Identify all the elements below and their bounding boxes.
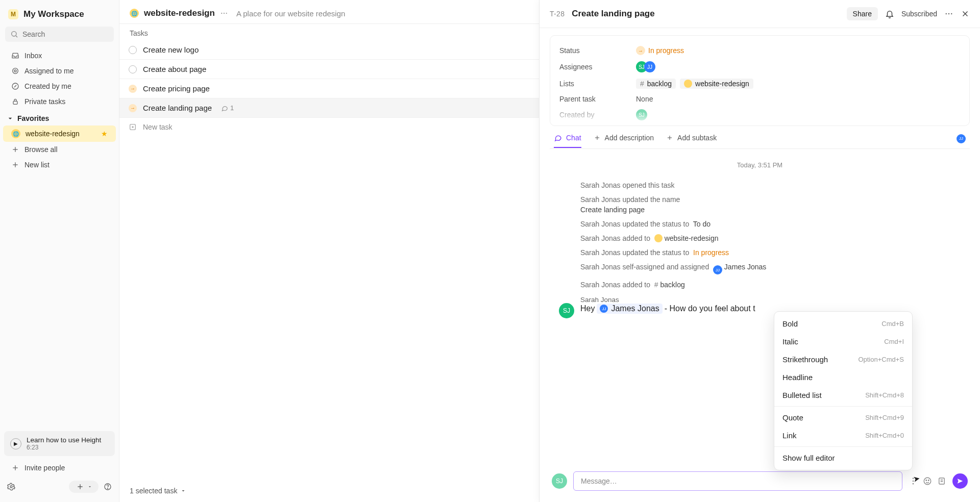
star-icon[interactable]: ★	[101, 130, 108, 138]
send-button[interactable]	[952, 473, 968, 489]
browse-all-label: Browse all	[24, 145, 58, 154]
list-chip-backlog[interactable]: #backlog	[636, 79, 676, 89]
more-icon[interactable]	[944, 9, 953, 18]
bell-icon[interactable]	[885, 9, 894, 18]
chevron-down-icon	[6, 114, 14, 122]
task-title[interactable]: Create landing page	[572, 9, 654, 19]
favorite-website-redesign[interactable]: 🌐 website-redesign ★	[3, 126, 116, 142]
svg-point-37	[928, 480, 929, 481]
task-name: Create about page	[143, 65, 206, 73]
svg-rect-38	[939, 478, 945, 484]
plus-square-icon	[129, 123, 137, 131]
svg-point-36	[926, 480, 927, 481]
list-chip-project[interactable]: website-redesign	[680, 79, 753, 89]
format-bold[interactable]: BoldCmd+B	[774, 315, 912, 333]
meta-status-label: Status	[559, 46, 636, 55]
status-value[interactable]: → In progress	[636, 46, 684, 55]
invite-people[interactable]: Invite people	[3, 460, 116, 475]
format-quote[interactable]: QuoteShift+Cmd+9	[774, 409, 912, 426]
task-id[interactable]: T-28	[550, 10, 565, 18]
status-todo-icon[interactable]	[129, 65, 137, 73]
nav-created[interactable]: Created by me	[3, 79, 116, 94]
format-strikethrough[interactable]: StrikethroughOption+Cmd+S	[774, 350, 912, 368]
nav-inbox[interactable]: Inbox	[3, 48, 116, 63]
avatar: JJ	[600, 305, 608, 313]
svg-point-23	[946, 13, 947, 14]
svg-point-32	[913, 478, 914, 479]
status-inprogress-icon[interactable]	[129, 104, 137, 112]
format-link[interactable]: LinkShift+Cmd+0	[774, 426, 912, 444]
status-inprogress-icon: →	[636, 46, 645, 55]
assignees-value[interactable]: SJ JJ	[636, 61, 655, 72]
quick-add-button[interactable]	[69, 481, 99, 493]
globe-icon	[684, 80, 692, 88]
svg-point-25	[951, 13, 952, 14]
more-icon[interactable]	[220, 9, 228, 17]
task-detail-panel: T-28 Create landing page Share Subscribe…	[539, 0, 980, 502]
svg-point-12	[10, 486, 12, 488]
format-bulleted-list[interactable]: Bulleted listShift+Cmd+8	[774, 386, 912, 404]
target-icon	[11, 67, 19, 75]
status-todo-icon[interactable]	[129, 46, 137, 54]
chevron-down-icon	[180, 488, 186, 494]
plus-icon	[11, 464, 19, 472]
plus-icon	[11, 145, 19, 154]
favorites-label: Favorites	[17, 114, 49, 122]
more-vertical-icon[interactable]	[909, 476, 918, 486]
parent-value[interactable]: None	[636, 95, 653, 103]
activity-item: Sarah Jonas self-assigned and assigned J…	[556, 260, 964, 278]
project-title[interactable]: website-redesign	[144, 8, 215, 18]
svg-point-2	[13, 68, 18, 74]
nav-private[interactable]: Private tasks	[3, 94, 116, 109]
mention-chip[interactable]: JJ James Jonas	[597, 304, 662, 314]
learn-duration: 6:23	[27, 444, 101, 451]
attachment-icon[interactable]	[937, 476, 946, 486]
svg-point-3	[14, 70, 16, 72]
send-icon	[957, 478, 964, 485]
svg-point-18	[224, 13, 225, 14]
plus-icon	[11, 161, 19, 169]
help-icon[interactable]	[104, 483, 112, 491]
message-input[interactable]: Message…	[573, 471, 902, 491]
favorites-header[interactable]: Favorites	[0, 109, 119, 126]
presence-indicator[interactable]: JJ	[957, 133, 966, 148]
show-full-editor[interactable]: Show full editor	[774, 449, 912, 467]
message-composer: SJ Message…	[540, 463, 980, 502]
pencil-circle-icon	[11, 82, 19, 90]
task-name: Create pricing page	[143, 84, 210, 93]
learn-card[interactable]: ▶ Learn how to use Height 6:23	[4, 431, 115, 456]
learn-title: Learn how to use Height	[27, 436, 101, 444]
chevron-down-icon	[87, 484, 92, 489]
meta-lists-label: Lists	[559, 80, 636, 88]
new-list[interactable]: New list	[3, 157, 116, 172]
close-icon[interactable]	[961, 9, 970, 18]
selection-count: 1 selected task	[130, 487, 177, 495]
activity-item: Sarah Jonas updated the status to To do	[556, 217, 964, 231]
new-task-label: New task	[143, 123, 173, 131]
avatar: JJ	[644, 61, 655, 72]
tab-add-subtask[interactable]: Add subtask	[666, 134, 717, 148]
browse-all[interactable]: Browse all	[3, 142, 116, 157]
nav-assigned[interactable]: Assigned to me	[3, 63, 116, 79]
gear-icon[interactable]	[7, 483, 15, 491]
avatar: SJ	[552, 473, 567, 489]
svg-rect-5	[13, 101, 17, 104]
status-inprogress-icon[interactable]	[129, 85, 137, 93]
meta-assignees-label: Assignees	[559, 63, 636, 71]
comment-count: 1	[221, 104, 234, 112]
globe-icon: 🌐	[11, 129, 20, 138]
svg-point-17	[221, 13, 222, 14]
svg-point-33	[913, 481, 914, 482]
subscribed-label[interactable]: Subscribed	[901, 10, 937, 18]
search-input[interactable]: Search	[5, 27, 114, 42]
tab-add-description[interactable]: Add description	[594, 134, 654, 148]
workspace-switcher[interactable]: M My Workspace	[0, 0, 119, 24]
tab-chat[interactable]: Chat	[554, 134, 581, 148]
share-button[interactable]: Share	[847, 7, 878, 20]
message-body: Hey JJ James Jonas - How do you feel abo…	[580, 304, 755, 314]
nav-inbox-label: Inbox	[24, 52, 42, 60]
format-italic[interactable]: ItalicCmd+I	[774, 333, 912, 350]
emoji-icon[interactable]	[923, 476, 932, 486]
svg-point-19	[226, 13, 227, 14]
format-headline[interactable]: Headline	[774, 368, 912, 386]
